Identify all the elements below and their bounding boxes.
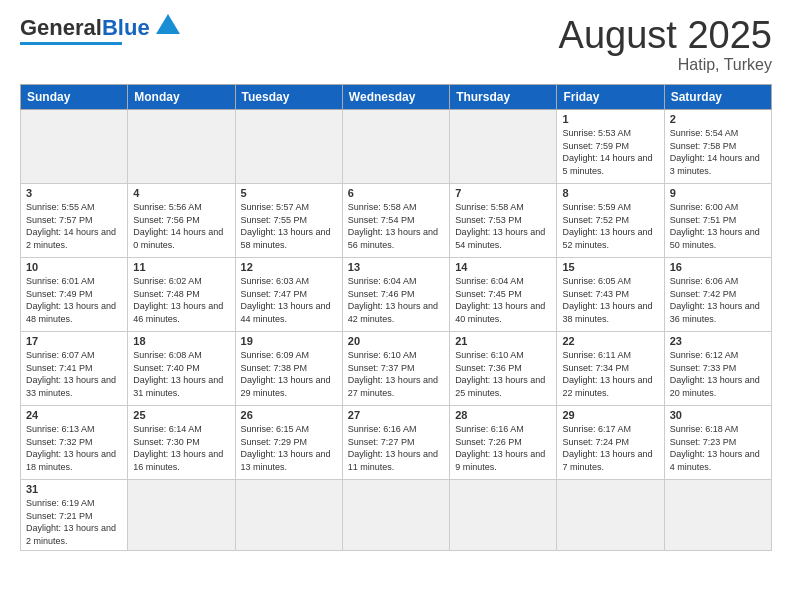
day-cell: 30Sunrise: 6:18 AM Sunset: 7:23 PM Dayli…: [664, 406, 771, 480]
day-number: 3: [26, 187, 122, 199]
day-cell: 27Sunrise: 6:16 AM Sunset: 7:27 PM Dayli…: [342, 406, 449, 480]
day-number: 1: [562, 113, 658, 125]
day-info: Sunrise: 5:55 AM Sunset: 7:57 PM Dayligh…: [26, 201, 122, 251]
day-cell: 14Sunrise: 6:04 AM Sunset: 7:45 PM Dayli…: [450, 258, 557, 332]
day-cell: 6Sunrise: 5:58 AM Sunset: 7:54 PM Daylig…: [342, 184, 449, 258]
day-number: 14: [455, 261, 551, 273]
day-cell: 3Sunrise: 5:55 AM Sunset: 7:57 PM Daylig…: [21, 184, 128, 258]
day-number: 24: [26, 409, 122, 421]
day-number: 16: [670, 261, 766, 273]
day-number: 25: [133, 409, 229, 421]
page: GeneralBlue August 2025 Hatip, Turkey Su…: [0, 0, 792, 612]
day-info: Sunrise: 5:58 AM Sunset: 7:54 PM Dayligh…: [348, 201, 444, 251]
logo-text: GeneralBlue: [20, 17, 150, 39]
day-cell: 31Sunrise: 6:19 AM Sunset: 7:21 PM Dayli…: [21, 480, 128, 551]
day-number: 4: [133, 187, 229, 199]
day-info: Sunrise: 5:53 AM Sunset: 7:59 PM Dayligh…: [562, 127, 658, 177]
month-year: August 2025: [559, 16, 772, 54]
day-number: 26: [241, 409, 337, 421]
day-info: Sunrise: 6:06 AM Sunset: 7:42 PM Dayligh…: [670, 275, 766, 325]
day-number: 28: [455, 409, 551, 421]
day-cell: 5Sunrise: 5:57 AM Sunset: 7:55 PM Daylig…: [235, 184, 342, 258]
calendar: SundayMondayTuesdayWednesdayThursdayFrid…: [20, 84, 772, 551]
day-cell: [128, 110, 235, 184]
header: GeneralBlue August 2025 Hatip, Turkey: [20, 16, 772, 74]
day-cell: 2Sunrise: 5:54 AM Sunset: 7:58 PM Daylig…: [664, 110, 771, 184]
day-cell: 10Sunrise: 6:01 AM Sunset: 7:49 PM Dayli…: [21, 258, 128, 332]
col-header-sunday: Sunday: [21, 85, 128, 110]
day-cell: 26Sunrise: 6:15 AM Sunset: 7:29 PM Dayli…: [235, 406, 342, 480]
logo-underline: [20, 42, 122, 45]
day-number: 20: [348, 335, 444, 347]
title-block: August 2025 Hatip, Turkey: [559, 16, 772, 74]
day-number: 23: [670, 335, 766, 347]
day-info: Sunrise: 6:19 AM Sunset: 7:21 PM Dayligh…: [26, 497, 122, 547]
week-row-4: 17Sunrise: 6:07 AM Sunset: 7:41 PM Dayli…: [21, 332, 772, 406]
day-info: Sunrise: 6:12 AM Sunset: 7:33 PM Dayligh…: [670, 349, 766, 399]
logo-general: General: [20, 15, 102, 40]
day-number: 5: [241, 187, 337, 199]
location: Hatip, Turkey: [559, 56, 772, 74]
day-info: Sunrise: 6:04 AM Sunset: 7:46 PM Dayligh…: [348, 275, 444, 325]
week-row-5: 24Sunrise: 6:13 AM Sunset: 7:32 PM Dayli…: [21, 406, 772, 480]
day-info: Sunrise: 6:03 AM Sunset: 7:47 PM Dayligh…: [241, 275, 337, 325]
day-info: Sunrise: 6:05 AM Sunset: 7:43 PM Dayligh…: [562, 275, 658, 325]
day-info: Sunrise: 5:56 AM Sunset: 7:56 PM Dayligh…: [133, 201, 229, 251]
day-cell: 21Sunrise: 6:10 AM Sunset: 7:36 PM Dayli…: [450, 332, 557, 406]
day-cell: 24Sunrise: 6:13 AM Sunset: 7:32 PM Dayli…: [21, 406, 128, 480]
day-cell: 25Sunrise: 6:14 AM Sunset: 7:30 PM Dayli…: [128, 406, 235, 480]
day-cell: 1Sunrise: 5:53 AM Sunset: 7:59 PM Daylig…: [557, 110, 664, 184]
day-number: 12: [241, 261, 337, 273]
day-cell: 12Sunrise: 6:03 AM Sunset: 7:47 PM Dayli…: [235, 258, 342, 332]
day-info: Sunrise: 6:02 AM Sunset: 7:48 PM Dayligh…: [133, 275, 229, 325]
col-header-friday: Friday: [557, 85, 664, 110]
day-info: Sunrise: 6:10 AM Sunset: 7:36 PM Dayligh…: [455, 349, 551, 399]
week-row-1: 1Sunrise: 5:53 AM Sunset: 7:59 PM Daylig…: [21, 110, 772, 184]
day-info: Sunrise: 6:13 AM Sunset: 7:32 PM Dayligh…: [26, 423, 122, 473]
day-number: 11: [133, 261, 229, 273]
day-cell: 13Sunrise: 6:04 AM Sunset: 7:46 PM Dayli…: [342, 258, 449, 332]
col-header-thursday: Thursday: [450, 85, 557, 110]
day-cell: [450, 480, 557, 551]
day-cell: 4Sunrise: 5:56 AM Sunset: 7:56 PM Daylig…: [128, 184, 235, 258]
col-header-tuesday: Tuesday: [235, 85, 342, 110]
day-cell: [21, 110, 128, 184]
col-header-wednesday: Wednesday: [342, 85, 449, 110]
day-cell: 18Sunrise: 6:08 AM Sunset: 7:40 PM Dayli…: [128, 332, 235, 406]
day-cell: 9Sunrise: 6:00 AM Sunset: 7:51 PM Daylig…: [664, 184, 771, 258]
logo-icon: [154, 12, 182, 40]
day-cell: [450, 110, 557, 184]
day-cell: [557, 480, 664, 551]
day-number: 27: [348, 409, 444, 421]
day-cell: 29Sunrise: 6:17 AM Sunset: 7:24 PM Dayli…: [557, 406, 664, 480]
day-cell: [235, 480, 342, 551]
day-info: Sunrise: 5:57 AM Sunset: 7:55 PM Dayligh…: [241, 201, 337, 251]
day-number: 29: [562, 409, 658, 421]
day-number: 8: [562, 187, 658, 199]
day-cell: 22Sunrise: 6:11 AM Sunset: 7:34 PM Dayli…: [557, 332, 664, 406]
calendar-header-row: SundayMondayTuesdayWednesdayThursdayFrid…: [21, 85, 772, 110]
day-info: Sunrise: 6:16 AM Sunset: 7:27 PM Dayligh…: [348, 423, 444, 473]
day-cell: 20Sunrise: 6:10 AM Sunset: 7:37 PM Dayli…: [342, 332, 449, 406]
day-number: 10: [26, 261, 122, 273]
day-info: Sunrise: 6:18 AM Sunset: 7:23 PM Dayligh…: [670, 423, 766, 473]
day-cell: 11Sunrise: 6:02 AM Sunset: 7:48 PM Dayli…: [128, 258, 235, 332]
day-info: Sunrise: 6:11 AM Sunset: 7:34 PM Dayligh…: [562, 349, 658, 399]
col-header-saturday: Saturday: [664, 85, 771, 110]
day-number: 13: [348, 261, 444, 273]
day-info: Sunrise: 6:01 AM Sunset: 7:49 PM Dayligh…: [26, 275, 122, 325]
day-cell: 15Sunrise: 6:05 AM Sunset: 7:43 PM Dayli…: [557, 258, 664, 332]
day-number: 15: [562, 261, 658, 273]
day-cell: 19Sunrise: 6:09 AM Sunset: 7:38 PM Dayli…: [235, 332, 342, 406]
day-number: 7: [455, 187, 551, 199]
logo-blue: Blue: [102, 15, 150, 40]
col-header-monday: Monday: [128, 85, 235, 110]
day-info: Sunrise: 5:54 AM Sunset: 7:58 PM Dayligh…: [670, 127, 766, 177]
day-info: Sunrise: 6:07 AM Sunset: 7:41 PM Dayligh…: [26, 349, 122, 399]
day-number: 9: [670, 187, 766, 199]
day-cell: [235, 110, 342, 184]
logo: GeneralBlue: [20, 16, 182, 45]
week-row-3: 10Sunrise: 6:01 AM Sunset: 7:49 PM Dayli…: [21, 258, 772, 332]
day-cell: [342, 110, 449, 184]
week-row-6: 31Sunrise: 6:19 AM Sunset: 7:21 PM Dayli…: [21, 480, 772, 551]
